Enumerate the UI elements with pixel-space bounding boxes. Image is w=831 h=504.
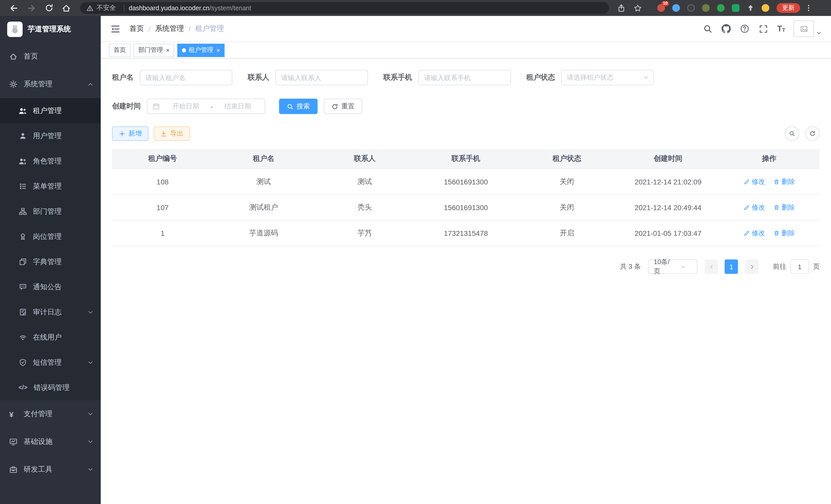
profile-avatar-icon[interactable] <box>762 4 769 12</box>
sidebar-item-tenant[interactable]: 租户管理 <box>0 98 101 123</box>
github-icon[interactable] <box>721 24 731 33</box>
refresh-table-button[interactable] <box>805 126 820 141</box>
tenant-name-input[interactable] <box>140 70 232 85</box>
sidebar-collapse-icon[interactable] <box>110 24 120 34</box>
table-cell: 2021-01-05 17:03:47 <box>618 220 718 246</box>
delete-link[interactable]: 删除 <box>773 203 795 212</box>
security-label[interactable]: 不安全 <box>96 4 116 12</box>
sidebar-item-role[interactable]: 角色管理 <box>0 148 101 174</box>
table-cell: 17321315478 <box>415 220 516 246</box>
extension-icon-3[interactable] <box>687 4 695 12</box>
avatar-caret-down-icon[interactable] <box>816 30 822 36</box>
bookmark-star-icon[interactable] <box>633 4 642 12</box>
browser-back-icon[interactable] <box>9 3 19 12</box>
select-placeholder: 请选择租户状态 <box>567 73 643 82</box>
sidebar-item-home[interactable]: 首页 <box>0 42 101 70</box>
extension-icon-1[interactable]: 10 <box>657 4 665 12</box>
next-page-button[interactable] <box>745 260 758 274</box>
mobile-input[interactable] <box>418 70 511 85</box>
sidebar-item-label: 错误码管理 <box>34 383 69 392</box>
sidebar-item-label: 短信管理 <box>33 358 62 367</box>
edit-link[interactable]: 修改 <box>743 228 765 238</box>
edit-link[interactable]: 修改 <box>743 177 765 186</box>
sidebar-item-pay[interactable]: ¥ 支付管理 <box>0 400 101 428</box>
sidebar-item-dept[interactable]: 部门管理 <box>0 199 101 224</box>
export-button[interactable]: 导出 <box>154 126 190 141</box>
url-text[interactable]: dashboard.yudao.iocoder.cn/system/tenant <box>129 4 251 11</box>
sidebar-item-notice[interactable]: 通知公告 <box>0 274 101 299</box>
extensions-puzzle-icon[interactable] <box>747 4 754 12</box>
column-header: 创建时间 <box>618 149 718 169</box>
sidebar-item-audit-log[interactable]: 审计日志 <box>0 299 101 325</box>
breadcrumb-item[interactable]: 系统管理 <box>155 24 184 33</box>
sidebar-item-infra[interactable]: 基础设施 <box>0 428 101 456</box>
top-navbar: 首页 / 系统管理 / 租户管理 TT <box>101 16 831 42</box>
address-bar[interactable]: 不安全 dashboard.yudao.iocoder.cn/system/te… <box>80 2 609 14</box>
goto-page-input[interactable] <box>791 260 809 274</box>
chevron-down-icon <box>87 309 93 315</box>
reset-button[interactable]: 重置 <box>324 99 362 114</box>
tab-home[interactable]: 首页 <box>109 43 131 57</box>
avatar[interactable] <box>794 21 814 37</box>
broadcast-icon <box>19 333 27 342</box>
tab-tenant-active[interactable]: 租户管理 × <box>177 43 225 57</box>
table-cell: 芋艿 <box>314 220 415 246</box>
sidebar-item-error-code[interactable]: </> 错误码管理 <box>0 375 101 400</box>
status-select[interactable]: 请选择租户状态 <box>561 70 654 85</box>
contact-input[interactable] <box>276 70 368 85</box>
sidebar-item-dev-tools[interactable]: 研发工具 <box>0 456 101 483</box>
delete-link[interactable]: 删除 <box>773 177 795 186</box>
page-content: 租户名 联系人 联系手机 租户状态 请选择租户状态 <box>101 59 831 504</box>
sidebar-item-label: 在线用户 <box>33 333 62 342</box>
delete-link[interactable]: 删除 <box>773 228 795 238</box>
extension-icon-4[interactable] <box>702 4 710 12</box>
extension-icon-2[interactable] <box>672 4 680 12</box>
sidebar-item-sms[interactable]: 短信管理 <box>0 350 101 375</box>
browser-menu-kebab-icon[interactable] <box>804 4 812 12</box>
breadcrumb-item[interactable]: 首页 <box>130 24 144 33</box>
close-icon[interactable]: × <box>166 47 170 53</box>
pagination: 共 3 条 10条/页 1 前往 页 <box>112 260 820 274</box>
download-icon <box>160 130 167 137</box>
share-icon[interactable] <box>617 4 625 12</box>
hide-search-button[interactable] <box>785 126 799 141</box>
browser-update-button[interactable]: 更新 <box>776 3 800 13</box>
sidebar-item-label: 部门管理 <box>33 207 62 216</box>
sidebar-item-menu[interactable]: 菜单管理 <box>0 174 101 199</box>
chevron-down-icon <box>87 439 93 445</box>
date-range-picker[interactable]: 开始日期 - 结束日期 <box>147 99 265 114</box>
sidebar-item-label: 岗位管理 <box>33 232 62 241</box>
edit-label: 修改 <box>752 203 765 212</box>
browser-home-icon[interactable] <box>62 3 71 12</box>
font-size-icon[interactable]: TT <box>777 25 785 33</box>
search-icon[interactable] <box>703 24 712 33</box>
navbar-actions: TT <box>694 21 822 37</box>
sidebar-item-system[interactable]: 系统管理 <box>0 70 101 98</box>
tab-dept[interactable]: 部门管理 × <box>134 43 174 57</box>
sidebar-item-post[interactable]: 岗位管理 <box>0 224 101 249</box>
sidebar-item-dict[interactable]: 字典管理 <box>0 249 101 274</box>
column-header: 联系人 <box>314 149 415 169</box>
sidebar-item-online-user[interactable]: 在线用户 <box>0 325 101 350</box>
browser-reload-icon[interactable] <box>44 3 53 12</box>
prev-page-button[interactable] <box>705 260 718 274</box>
plus-icon <box>119 130 125 137</box>
url-host: dashboard.yudao.iocoder.cn <box>129 4 209 11</box>
page-size-select[interactable]: 10条/页 <box>648 260 697 274</box>
app-logo[interactable]: 芋道管理系统 <box>0 16 101 42</box>
page-number-active[interactable]: 1 <box>725 260 738 274</box>
sidebar-item-user[interactable]: 用户管理 <box>0 123 101 148</box>
search-button[interactable]: 搜索 <box>279 99 318 114</box>
page-size-value: 10条/页 <box>654 258 673 276</box>
help-question-icon[interactable] <box>740 24 749 33</box>
close-icon[interactable]: × <box>217 47 220 53</box>
browser-forward-icon[interactable] <box>27 3 36 12</box>
breadcrumb: 首页 / 系统管理 / 租户管理 <box>130 24 224 33</box>
fullscreen-icon[interactable] <box>758 24 768 33</box>
edit-link[interactable]: 修改 <box>743 203 765 212</box>
filter-status: 租户状态 请选择租户状态 <box>526 70 654 85</box>
button-label: 搜索 <box>296 102 310 111</box>
extension-icon-5[interactable] <box>717 4 725 12</box>
add-button[interactable]: 新增 <box>112 126 148 141</box>
extension-icon-6[interactable] <box>732 4 740 12</box>
